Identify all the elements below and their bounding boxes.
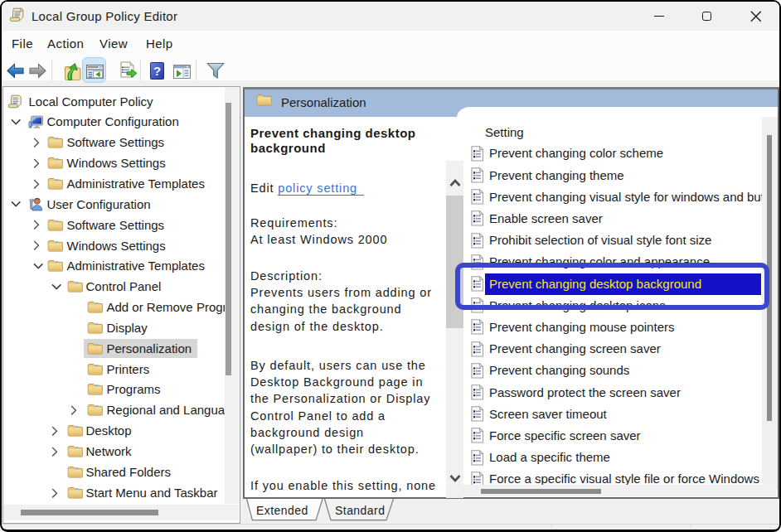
svg-text:?: ? [153,63,160,77]
